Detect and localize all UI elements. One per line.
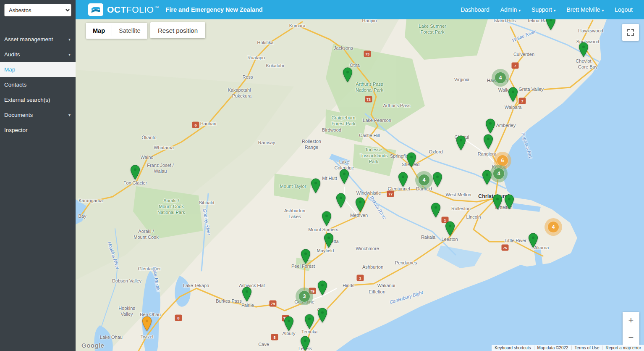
map-marker-pin[interactable] xyxy=(324,233,334,248)
map-marker-pin[interactable] xyxy=(317,308,327,323)
map-marker-pin[interactable] xyxy=(579,42,589,57)
map-marker-cluster[interactable]: 3 xyxy=(298,290,310,302)
map-label: Hopkins Valley xyxy=(118,306,135,317)
chevron-down-icon: ▾ xyxy=(68,52,71,57)
map-marker-pin[interactable] xyxy=(242,287,252,302)
map-marker-pin[interactable] xyxy=(528,233,538,248)
map-marker-pin[interactable] xyxy=(322,211,332,226)
map-marker-pin[interactable] xyxy=(483,134,493,149)
chevron-down-icon: ▾ xyxy=(602,8,604,13)
fullscreen-button[interactable] xyxy=(622,24,639,41)
map-type-satellite-button[interactable]: Satellite xyxy=(112,23,147,39)
map-label: Dobson Valley xyxy=(112,278,141,284)
route-shield: 73 xyxy=(364,51,371,57)
map-marker-cluster[interactable]: 6 xyxy=(497,155,508,166)
map-marker-pin[interactable] xyxy=(304,314,314,329)
map-marker-pin[interactable] xyxy=(406,152,416,167)
sidebar-item-label: Audits xyxy=(4,51,20,58)
map-label: Rakaia xyxy=(421,235,435,240)
route-shield: 8 xyxy=(271,334,278,340)
map-label: Waiho xyxy=(141,155,154,161)
map-marker-pin[interactable] xyxy=(343,67,353,82)
zoom-control: + − xyxy=(623,312,639,346)
top-header: OCTFOLIOTM Fire and Emergency New Zealan… xyxy=(76,0,644,19)
map-label: Lake Pukaki xyxy=(151,266,161,292)
sidebar-nav: Asset management ▾ Audits ▾ Map Contacts… xyxy=(0,32,76,137)
zoom-in-button[interactable]: + xyxy=(623,312,639,329)
sidebar-item-asset-management[interactable]: Asset management ▾ xyxy=(0,32,76,47)
map-marker-pin[interactable] xyxy=(456,135,466,150)
map-marker-cluster[interactable]: 4 xyxy=(493,168,505,179)
map-marker-pin[interactable] xyxy=(445,221,455,236)
map-marker-pin[interactable] xyxy=(482,170,492,185)
top-nav: Dashboard Admin▾ Support▾ Brett Melville… xyxy=(455,6,638,13)
sidebar-item-inspector[interactable]: Inspector xyxy=(0,122,76,137)
report-map-error-link[interactable]: Report a map error xyxy=(602,346,644,350)
map-label: Hokitika xyxy=(257,40,273,46)
map-marker-cluster[interactable]: 4 xyxy=(495,72,506,84)
map-label: Mt Hutt xyxy=(322,176,337,182)
nav-user-menu[interactable]: Brett Melville▾ xyxy=(561,6,610,13)
map-marker-pin[interactable] xyxy=(301,249,311,264)
map-marker-cluster[interactable]: 4 xyxy=(547,221,559,233)
map-label: Kumara xyxy=(289,23,306,29)
map-marker-pin[interactable] xyxy=(485,119,495,134)
chevron-down-icon: ▾ xyxy=(518,8,521,13)
google-logo[interactable]: Google xyxy=(81,342,105,349)
sidebar-item-contacts[interactable]: Contacts xyxy=(0,77,76,92)
map-label: Lake Pearson xyxy=(363,118,391,124)
map-label: Ruatapu xyxy=(247,55,265,61)
octfolio-logo-icon xyxy=(88,3,103,16)
keyboard-shortcuts-link[interactable]: Keyboard shortcuts xyxy=(492,346,534,350)
map-canvas[interactable]: KumaraHaupiriHokitikaJacksonsRuatapuKoka… xyxy=(76,19,644,351)
zoom-out-button[interactable]: − xyxy=(623,329,639,346)
terms-of-use-link[interactable]: Terms of Use xyxy=(571,346,602,350)
module-select[interactable]: Asbestos xyxy=(4,4,71,16)
map-marker-pin[interactable] xyxy=(300,336,310,351)
nav-support[interactable]: Support▾ xyxy=(526,6,561,13)
map-label: Amberley xyxy=(496,123,516,129)
sidebar-item-audits[interactable]: Audits ▾ xyxy=(0,47,76,62)
map-label: Hawkswood xyxy=(578,28,603,34)
sidebar-item-external-searchs[interactable]: External search(s) xyxy=(0,92,76,107)
map-label: Canterbury Bight xyxy=(389,290,424,305)
sidebar-item-documents[interactable]: Documents ▾ xyxy=(0,107,76,122)
map-marker-pin[interactable] xyxy=(311,178,321,193)
reset-position-button[interactable]: Reset position xyxy=(150,22,205,38)
nav-admin[interactable]: Admin▾ xyxy=(495,6,526,13)
sidebar-item-label: External search(s) xyxy=(4,97,50,103)
map-marker-pin[interactable] xyxy=(284,316,294,331)
map-marker-pin[interactable] xyxy=(317,280,327,296)
map-marker-pin[interactable] xyxy=(355,197,365,212)
map-label: Harihari xyxy=(200,121,217,127)
route-shield: 7 xyxy=(512,63,519,69)
map-data-label: Map data ©2022 xyxy=(534,346,571,350)
sidebar: Asbestos Asset management ▾ Audits ▾ Map… xyxy=(0,0,76,351)
nav-dashboard[interactable]: Dashboard xyxy=(455,6,495,13)
map-label: Darfield xyxy=(416,186,432,192)
map-label: Arthur's Pass National Park xyxy=(356,82,383,93)
map-marker-cluster[interactable]: 4 xyxy=(418,174,430,186)
nav-logout[interactable]: Logout xyxy=(609,6,638,13)
map-marker-pin[interactable] xyxy=(504,194,514,209)
route-shield: 79 xyxy=(270,301,277,307)
map-marker-pin[interactable] xyxy=(492,194,503,209)
map-label: West Melton xyxy=(446,192,471,198)
map-marker-pin[interactable] xyxy=(130,165,140,180)
map-label: Rolleston Range xyxy=(302,139,321,150)
map-label: Albury xyxy=(282,331,295,337)
map-marker-pin[interactable] xyxy=(431,203,441,218)
map-label: Wakanui xyxy=(377,283,395,289)
route-shield: 77 xyxy=(387,191,394,197)
map-marker-pin[interactable] xyxy=(339,169,349,184)
map-marker-pin[interactable] xyxy=(142,316,152,331)
map-marker-pin[interactable] xyxy=(398,172,408,187)
map-marker-pin[interactable] xyxy=(508,87,518,102)
map-marker-pin[interactable] xyxy=(546,19,556,30)
map-marker-pin[interactable] xyxy=(432,172,442,187)
map-label: Island Hills xyxy=(493,19,516,24)
map-marker-pin[interactable] xyxy=(336,193,346,208)
map-type-map-button[interactable]: Map xyxy=(86,23,112,39)
brand: OCTFOLIOTM Fire and Emergency New Zealan… xyxy=(88,3,263,16)
sidebar-item-map[interactable]: Map xyxy=(0,62,76,77)
